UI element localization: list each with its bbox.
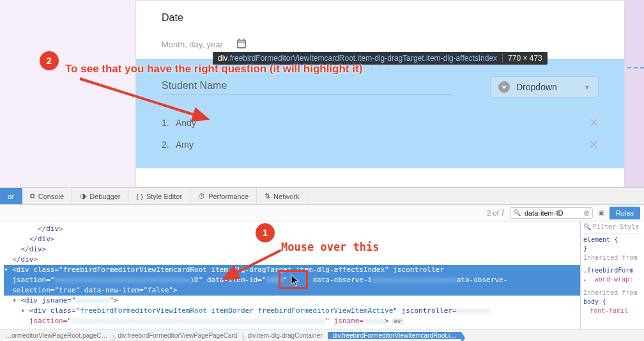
- page-viewport: Date Month, day, year ⋮⋮⋮ Student Name D…: [0, 0, 644, 187]
- search-icon: 🔍: [583, 223, 591, 232]
- remove-option-icon[interactable]: ✕: [589, 138, 599, 152]
- option-text[interactable]: Andy: [176, 118, 329, 128]
- inherited-label: Inherited from: [583, 289, 641, 297]
- tooltip-tag: div: [218, 54, 227, 63]
- option-row[interactable]: 1. Andy ✕: [162, 112, 599, 134]
- tooltip-dimensions: 770 × 473: [502, 54, 542, 63]
- search-input-wrap[interactable]: 🔍 ⊗: [510, 207, 593, 219]
- toggle-pane-icon[interactable]: ▣: [598, 209, 604, 217]
- tab-console[interactable]: ⧉Console: [22, 188, 72, 204]
- option-index: 2.: [162, 139, 176, 150]
- calendar-icon[interactable]: [236, 38, 247, 51]
- rules-tab[interactable]: Rules: [610, 207, 640, 219]
- network-icon: ⇅: [264, 192, 270, 200]
- tab-label: Style Editor: [146, 193, 182, 200]
- css-selector[interactable]: element {: [583, 236, 618, 243]
- css-property[interactable]: word-wrap:: [595, 276, 633, 283]
- inherited-label: Inherited from: [583, 253, 641, 262]
- question-type-dropdown[interactable]: Dropdown ▼: [490, 76, 599, 98]
- option-row[interactable]: 2. Amy ✕: [162, 134, 599, 155]
- annotation-badge-1: 1: [256, 223, 275, 242]
- form-card: Date Month, day, year ⋮⋮⋮ Student Name D…: [135, 0, 625, 187]
- option-text[interactable]: Amy: [176, 139, 329, 150]
- tab-style-editor[interactable]: { }Style Editor: [128, 188, 190, 204]
- tab-label: or: [8, 193, 14, 200]
- breadcrumb-item[interactable]: …ormeditorViewPageRoot.pageC…: [0, 332, 112, 339]
- question-date: Date Month, day, year: [136, 1, 624, 59]
- tab-label: Console: [38, 193, 64, 200]
- dom-tree[interactable]: </div> </div> </div> </div> ▾ <div class…: [0, 221, 580, 329]
- breadcrumb-item-active[interactable]: div.freebirdFormeditorViewItemcardRoot.i…: [328, 332, 462, 339]
- dropdown-type-icon: [498, 81, 510, 93]
- event-badge[interactable]: ev: [392, 318, 404, 324]
- devtools-panel: or ⧉Console ◑Debugger { }Style Editor ⏱P…: [0, 187, 644, 341]
- tab-debugger[interactable]: ◑Debugger: [72, 188, 128, 204]
- search-icon: 🔍: [513, 209, 521, 216]
- inspector-highlight-tooltip: div .freebirdFormeditorViewItemcardRoot.…: [213, 52, 548, 65]
- tab-label: Network: [273, 193, 299, 200]
- console-icon: ⧉: [30, 192, 35, 200]
- date-placeholder[interactable]: Month, day, year: [162, 40, 223, 49]
- css-selector[interactable]: .freebirdForm: [583, 267, 633, 274]
- css-selector[interactable]: body {: [583, 298, 606, 305]
- tab-performance[interactable]: ⏱Performance: [190, 188, 257, 204]
- rules-panel[interactable]: 🔍Filter Style element { } Inherited from…: [580, 221, 644, 329]
- question-title-input[interactable]: Student Name: [162, 80, 452, 95]
- expander-icon[interactable]: ▸: [583, 277, 586, 283]
- question-type-label: Dropdown: [516, 82, 578, 92]
- braces-icon: { }: [136, 193, 142, 200]
- search-result-count: 2 of 7: [487, 209, 505, 217]
- breadcrumb-item[interactable]: div.freebirdFormeditorViewPagePageCard: [112, 332, 242, 339]
- breadcrumb-item[interactable]: div.item-dlg-dragContainer: [242, 332, 327, 339]
- devtools-tabbar: or ⧉Console ◑Debugger { }Style Editor ⏱P…: [0, 188, 644, 205]
- chevron-down-icon: ▼: [584, 84, 590, 91]
- annotation-badge-2: 2: [40, 51, 59, 70]
- tab-network[interactable]: ⇅Network: [257, 188, 307, 204]
- devtools-searchbar: 2 of 7 🔍 ⊗ ▣ Rules: [0, 205, 644, 221]
- tab-label: Debugger: [89, 193, 120, 200]
- question-student-highlighted[interactable]: ⋮⋮⋮ Student Name Dropdown ▼ 1. Andy ✕ 2.…: [136, 59, 624, 168]
- tab-inspector[interactable]: or: [0, 188, 22, 204]
- debugger-icon: ◑: [80, 192, 86, 200]
- search-input[interactable]: [523, 209, 581, 218]
- gauge-icon: ⏱: [198, 193, 205, 200]
- question-title: Date: [162, 12, 599, 24]
- css-property[interactable]: font-famil: [590, 307, 628, 314]
- clear-search-icon[interactable]: ⊗: [583, 209, 590, 218]
- tooltip-classes: .freebirdFormeditorViewItemcardRoot.item…: [227, 54, 497, 63]
- filter-placeholder[interactable]: Filter Style: [593, 223, 639, 232]
- dom-breadcrumb[interactable]: …ormeditorViewPageRoot.pageC… div.freebi…: [0, 329, 644, 341]
- option-index: 1.: [162, 118, 176, 128]
- page-gutter: [0, 0, 135, 187]
- remove-option-icon[interactable]: ✕: [589, 116, 599, 130]
- annotation-red-box: [279, 270, 308, 289]
- tab-label: Performance: [208, 193, 249, 200]
